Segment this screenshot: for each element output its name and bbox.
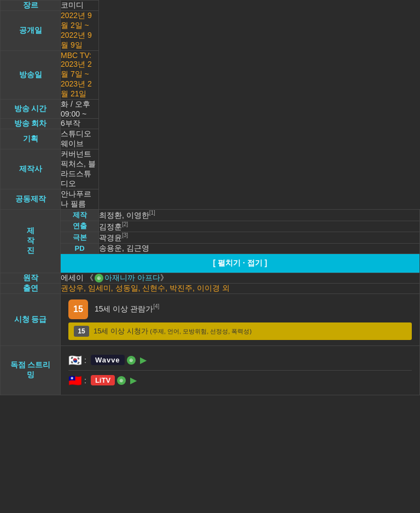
row-label: 독점 스트리밍	[1, 345, 61, 395]
sub-row-value: 곽경윤[3]	[99, 232, 420, 244]
table-row: 독점 스트리밍 🇰🇷 : Wavve ⊕ ▶ 🇹🇼 : LiTV ⊕ ▶	[1, 345, 420, 395]
tw-flag: 🇹🇼	[68, 374, 82, 387]
table-row: 방송 회차6부작	[1, 119, 420, 129]
rating-sub-text: 15세 이상 시청가 (주제, 언어, 모방위험, 선정성, 폭력성)	[94, 326, 252, 336]
kr-flag: 🇰🇷	[68, 354, 82, 367]
link-text: 아재니까 아프다	[104, 273, 160, 282]
litv-link-icon: ⊕	[117, 376, 126, 385]
table-row: 방송일MBC TV: 2023년 2월 7일 ~ 2023년 2월 21일	[1, 51, 420, 100]
table-row: 제작진제작최정환, 이영한[1]	[1, 210, 420, 221]
rating-sub-box: 15 15세 이상 시청가 (주제, 언어, 모방위험, 선정성, 폭력성)	[68, 322, 412, 340]
row-value: 코미디	[61, 1, 99, 11]
table-row: 장르코미디	[1, 1, 420, 11]
rating-sub-badge: 15	[74, 326, 89, 337]
rating-main-text: 15세 이상 관람가[4]	[95, 304, 159, 313]
expand-button[interactable]: [ 펼치기 · 접기 ]	[61, 253, 420, 273]
litv-play-icon: ▶	[130, 375, 137, 385]
sub-row-label: PD	[61, 243, 99, 253]
row-label: 공동제작	[1, 189, 61, 210]
row-value: 에세이 《⊕아재니까 아프다》	[61, 273, 420, 283]
table-row: 시청 등급 15 15세 이상 관람가[4] 15 15세 이상 시청가 (주제…	[1, 293, 420, 345]
info-table: 장르코미디공개일2022년 9월 2일 ~ 2022년 9월 9일방송일MBC …	[0, 0, 420, 395]
production-outer-label: 제작진	[1, 210, 61, 273]
rating-sub-detail: (주제, 언어, 모방위험, 선정성, 폭력성)	[150, 328, 252, 335]
table-row: 원작에세이 《⊕아재니까 아프다》	[1, 273, 420, 283]
sub-row-value: 최정환, 이영한[1]	[99, 210, 420, 221]
table-row: 제작사커버넌트픽처스, 블라드스튜디오	[1, 149, 420, 189]
row-value: 6부작	[61, 119, 99, 129]
row-label: 방송 회차	[1, 119, 61, 129]
row-value: 스튜디오 웨이브	[61, 129, 99, 149]
sub-row-label: 극본	[61, 232, 99, 244]
row-label: 장르	[1, 1, 61, 11]
expand-row[interactable]: [ 펼치기 · 접기 ]	[1, 253, 420, 273]
table-row: 극본곽경윤[3]	[1, 232, 420, 244]
litv-badge: LiTV	[91, 375, 115, 385]
sub-row-value: 김정훈[2]	[99, 221, 420, 232]
rating-main: 15 15세 이상 관람가[4]	[68, 299, 412, 319]
row-value: 🇰🇷 : Wavve ⊕ ▶ 🇹🇼 : LiTV ⊕ ▶	[61, 345, 420, 395]
table-row: 출연권상우, 임세미, 성동일, 신현수, 박진주, 이이경 외	[1, 283, 420, 293]
table-row: 공동제작안나푸르나 필름	[1, 189, 420, 210]
row-label: 공개일	[1, 11, 61, 51]
row-value: 화 / 오후 09:00 ~	[61, 100, 99, 119]
row-label: 방송 시간	[1, 100, 61, 119]
row-value: 2022년 9월 2일 ~ 2022년 9월 9일	[61, 11, 99, 51]
row-value: 권상우, 임세미, 성동일, 신현수, 박진주, 이이경 외	[61, 283, 420, 293]
row-label: 원작	[1, 273, 61, 283]
table-row: 공개일2022년 9월 2일 ~ 2022년 9월 9일	[1, 11, 420, 51]
wavve-play-icon: ▶	[140, 355, 147, 365]
table-row: 연출김정훈[2]	[1, 221, 420, 232]
row-label: 제작사	[1, 149, 61, 189]
table-row: 기획스튜디오 웨이브	[1, 129, 420, 149]
rating-sup: [4]	[153, 303, 159, 309]
wavve-link-icon: ⊕	[127, 356, 136, 365]
colon-tw: :	[84, 376, 86, 385]
row-value: 15 15세 이상 관람가[4] 15 15세 이상 시청가 (주제, 언어, …	[61, 293, 420, 345]
wavve-badge: Wavve	[91, 355, 125, 365]
row-value: MBC TV: 2023년 2월 7일 ~ 2023년 2월 21일	[61, 51, 99, 100]
streaming-tw: 🇹🇼 : LiTV ⊕ ▶	[68, 370, 412, 390]
table-row: 방송 시간화 / 오후 09:00 ~	[1, 100, 420, 119]
colon-kr: :	[84, 356, 86, 365]
row-label: 출연	[1, 283, 61, 293]
sub-row-label: 연출	[61, 221, 99, 232]
row-label: 시청 등급	[1, 293, 61, 345]
link-icon: ⊕	[95, 274, 103, 283]
sub-row-value: 송용운, 김근영	[99, 243, 420, 253]
rating-badge: 15	[68, 299, 88, 319]
streaming-kr: 🇰🇷 : Wavve ⊕ ▶	[68, 350, 412, 370]
row-value: 안나푸르나 필름	[61, 189, 99, 210]
table-row: PD송용운, 김근영	[1, 243, 420, 253]
row-value: 커버넌트픽처스, 블라드스튜디오	[61, 149, 99, 189]
row-label: 방송일	[1, 51, 61, 100]
row-label: 기획	[1, 129, 61, 149]
sub-row-label: 제작	[61, 210, 99, 221]
